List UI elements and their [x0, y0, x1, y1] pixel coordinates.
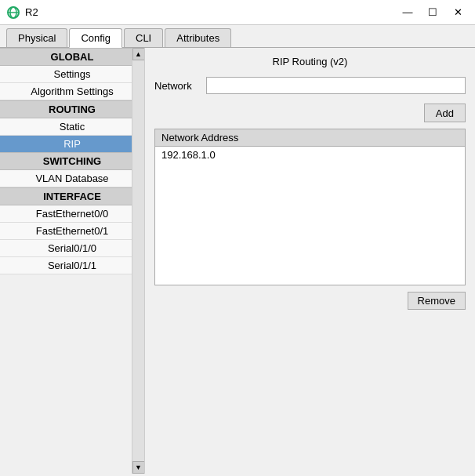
right-panel: RIP Routing (v2) Network Add Network Add… [145, 48, 475, 474]
rip-routing-title: RIP Routing (v2) [154, 56, 466, 67]
table-row[interactable]: 192.168.1.0 [155, 147, 465, 163]
network-row: Network [154, 77, 466, 94]
sidebar-item-fe00[interactable]: FastEthernet0/0 [0, 205, 144, 223]
window-controls: — ☐ ✕ [397, 4, 469, 21]
sidebar-inner: GLOBAL Settings Algorithm Settings ROUTI… [0, 48, 144, 474]
sidebar-item-interface[interactable]: INTERFACE [0, 187, 144, 205]
tab-config[interactable]: Config [69, 28, 122, 48]
network-label: Network [154, 80, 201, 92]
sidebar-item-routing[interactable]: ROUTING [0, 100, 144, 118]
sidebar-item-switching[interactable]: SWITCHING [0, 152, 144, 170]
sidebar-item-static[interactable]: Static [0, 118, 144, 136]
sidebar-scroll-up[interactable]: ▲ [132, 48, 145, 60]
add-button[interactable]: Add [424, 104, 466, 122]
window-title: R2 [25, 6, 38, 18]
network-input[interactable] [206, 77, 466, 94]
tab-attributes[interactable]: Attributes [165, 28, 231, 47]
close-button[interactable]: ✕ [447, 4, 469, 21]
sidebar-item-settings[interactable]: Settings [0, 66, 144, 83]
sidebar-item-s011[interactable]: Serial0/1/1 [0, 257, 144, 274]
sidebar-item-global[interactable]: GLOBAL [0, 48, 144, 66]
tab-bar: Physical Config CLI Attributes [0, 25, 475, 48]
remove-button[interactable]: Remove [408, 292, 466, 310]
sidebar-item-algorithm-settings[interactable]: Algorithm Settings [0, 83, 144, 100]
main-content: GLOBAL Settings Algorithm Settings ROUTI… [0, 48, 475, 474]
network-table-header: Network Address [155, 129, 465, 147]
maximize-button[interactable]: ☐ [422, 4, 444, 21]
title-bar-left: R2 [6, 5, 38, 20]
sidebar-scroll-down[interactable]: ▼ [132, 461, 145, 474]
sidebar-item-vlan-database[interactable]: VLAN Database [0, 170, 144, 187]
tab-cli[interactable]: CLI [124, 28, 163, 47]
sidebar-item-s010[interactable]: Serial0/1/0 [0, 240, 144, 257]
sidebar-item-rip[interactable]: RIP [0, 136, 144, 152]
app-icon [6, 5, 20, 20]
tab-physical[interactable]: Physical [6, 28, 67, 47]
minimize-button[interactable]: — [397, 4, 419, 21]
network-address-table: Network Address 192.168.1.0 [154, 129, 466, 285]
sidebar: GLOBAL Settings Algorithm Settings ROUTI… [0, 48, 145, 474]
title-bar: R2 — ☐ ✕ [0, 0, 475, 25]
sidebar-item-fe01[interactable]: FastEthernet0/1 [0, 223, 144, 240]
